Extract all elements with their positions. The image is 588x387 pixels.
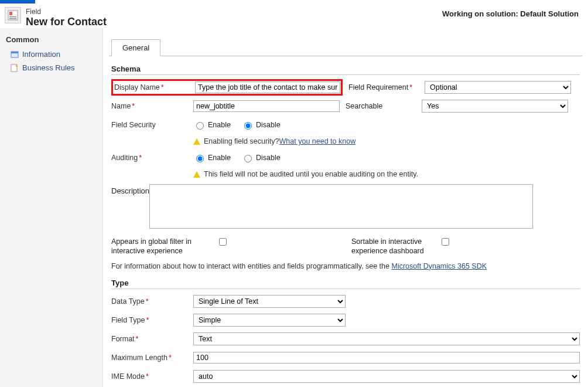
sidebar-item-information[interactable]: Information <box>0 47 102 61</box>
sortable-label: Sortable in interactive experience dashb… <box>351 237 439 256</box>
display-name-input[interactable] <box>195 82 340 93</box>
description-textarea[interactable] <box>149 184 533 229</box>
sdk-link[interactable]: Microsoft Dynamics 365 SDK <box>391 262 487 270</box>
entity-label: Field <box>26 8 41 16</box>
field-security-hint: Enabling field security? What you need t… <box>193 137 580 145</box>
format-label: Format* <box>111 335 193 343</box>
warning-icon <box>193 138 200 145</box>
field-security-label: Field Security <box>111 121 193 129</box>
display-name-highlight: Display Name* <box>111 79 343 96</box>
schema-section-title: Schema <box>111 64 580 75</box>
format-select[interactable]: Text <box>193 332 580 345</box>
sidebar-item-label: Business Rules <box>22 63 75 72</box>
sortable-checkbox[interactable] <box>442 238 449 246</box>
field-requirement-select[interactable]: Optional <box>425 81 571 94</box>
svg-rect-5 <box>11 52 18 53</box>
ime-mode-select[interactable]: auto <box>193 370 580 383</box>
field-security-disable-radio[interactable]: Disable <box>241 120 281 130</box>
name-label: Name* <box>111 102 193 110</box>
warning-icon <box>193 171 200 178</box>
auditing-label: Auditing* <box>111 154 193 162</box>
business-rules-icon <box>11 64 19 72</box>
field-requirement-label: Field Requirement* <box>348 83 425 91</box>
svg-rect-2 <box>9 16 16 18</box>
searchable-label: Searchable <box>346 102 422 110</box>
field-entity-icon <box>5 7 21 23</box>
auditing-hint-line: This field will not be audited until you… <box>193 170 580 178</box>
description-label: Description <box>111 184 149 195</box>
sidebar: Common Information Business Rules <box>0 28 103 387</box>
page-title: New for Contact <box>26 16 107 28</box>
name-input[interactable] <box>193 100 340 112</box>
global-filter-checkbox[interactable] <box>219 238 227 246</box>
information-icon <box>11 50 19 59</box>
data-type-select[interactable]: Single Line of Text <box>193 295 346 308</box>
tab-strip: General <box>109 39 582 56</box>
searchable-select[interactable]: Yes <box>422 100 568 113</box>
data-type-label: Data Type* <box>111 297 193 305</box>
auditing-enable-radio[interactable]: Enable <box>193 153 231 162</box>
sidebar-header: Common <box>0 32 102 47</box>
type-section-title: Type <box>111 279 580 289</box>
security-hint-link[interactable]: What you need to know <box>279 137 356 145</box>
max-length-label: Maximum Length* <box>111 354 193 362</box>
ime-mode-label: IME Mode* <box>111 372 193 381</box>
tab-general[interactable]: General <box>111 39 160 56</box>
auditing-disable-radio[interactable]: Disable <box>241 153 281 162</box>
svg-rect-1 <box>9 12 12 15</box>
svg-rect-3 <box>9 18 16 19</box>
field-security-enable-radio[interactable]: Enable <box>193 120 231 130</box>
sdk-note: For information about how to interact wi… <box>111 262 580 270</box>
sidebar-item-label: Information <box>22 50 60 59</box>
global-filter-label: Appears in global filter in interactive … <box>111 237 217 256</box>
sidebar-item-business-rules[interactable]: Business Rules <box>0 61 102 74</box>
field-type-label: Field Type* <box>111 316 193 324</box>
display-name-label: Display Name* <box>113 83 195 91</box>
solution-label: Working on solution: Default Solution <box>442 7 581 18</box>
page-header: Field New for Contact Working on solutio… <box>0 4 588 28</box>
field-type-select[interactable]: Simple <box>193 314 346 327</box>
max-length-input[interactable] <box>193 352 580 364</box>
